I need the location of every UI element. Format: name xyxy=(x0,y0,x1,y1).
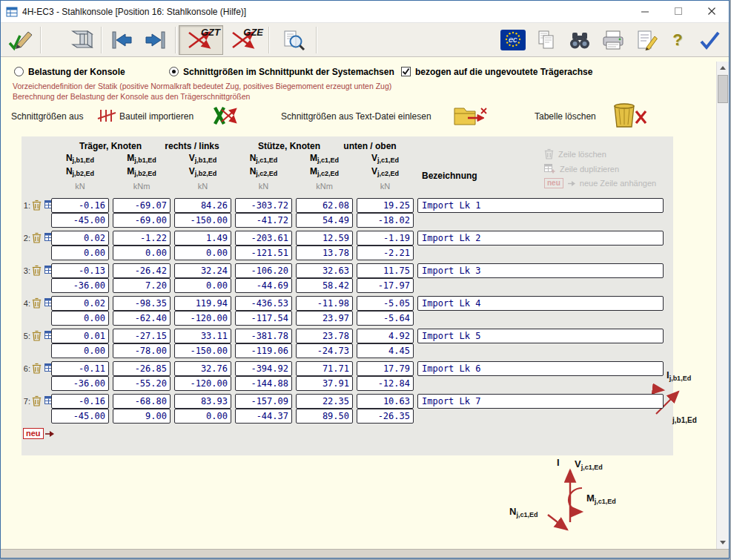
bezeichnung-field[interactable]: Import Lk 3 xyxy=(417,263,664,278)
delete-row-icon[interactable] xyxy=(32,297,44,309)
value-field[interactable]: 58.42 xyxy=(296,278,353,293)
value-field[interactable]: 84.26 xyxy=(174,198,231,213)
next-position-button[interactable] xyxy=(139,25,173,55)
value-field[interactable]: 0.00 xyxy=(174,246,231,260)
value-field[interactable]: -117.54 xyxy=(235,311,292,326)
value-field[interactable]: 0.00 xyxy=(113,246,171,260)
vertical-scrollbar[interactable] xyxy=(716,62,729,549)
checkbox-traegerachse[interactable] xyxy=(401,67,411,76)
value-field[interactable]: 119.94 xyxy=(174,296,231,311)
scroll-up-button[interactable] xyxy=(717,62,729,74)
value-field[interactable]: 23.78 xyxy=(296,329,353,343)
value-field[interactable]: -120.00 xyxy=(174,376,231,391)
prev-position-button[interactable] xyxy=(105,25,139,55)
value-field[interactable]: 1.49 xyxy=(174,231,231,246)
value-field[interactable]: 4.92 xyxy=(357,329,414,343)
value-field[interactable]: -26.35 xyxy=(357,409,414,424)
bezeichnung-field[interactable]: Import Lk 7 xyxy=(417,394,664,409)
value-field[interactable]: 11.75 xyxy=(357,263,414,278)
value-field[interactable]: 89.50 xyxy=(296,409,353,424)
value-field[interactable]: 0.00 xyxy=(51,246,109,260)
value-field[interactable]: 4.45 xyxy=(357,343,414,358)
bezeichnung-field[interactable]: Import Lk 6 xyxy=(417,361,664,376)
value-field[interactable]: -26.42 xyxy=(113,263,171,278)
value-field[interactable]: -2.21 xyxy=(357,246,414,260)
bezeichnung-field[interactable]: Import Lk 2 xyxy=(417,231,664,246)
value-field[interactable]: -18.02 xyxy=(357,213,414,228)
delete-row-icon[interactable] xyxy=(32,200,44,211)
value-field[interactable]: -36.00 xyxy=(51,376,109,391)
value-field[interactable]: -303.72 xyxy=(235,198,292,213)
value-field[interactable]: -5.64 xyxy=(357,311,414,326)
value-field[interactable]: 0.00 xyxy=(51,343,109,358)
value-field[interactable]: -0.13 xyxy=(51,263,109,278)
value-field[interactable]: 22.35 xyxy=(296,394,353,409)
input-edit-button[interactable] xyxy=(4,25,38,55)
value-field[interactable]: -121.51 xyxy=(235,246,292,260)
value-field[interactable]: -45.00 xyxy=(51,213,109,228)
value-field[interactable]: 7.20 xyxy=(113,278,171,293)
value-field[interactable]: -44.69 xyxy=(235,278,292,293)
value-field[interactable]: -120.00 xyxy=(174,311,231,326)
import-member-button[interactable] xyxy=(211,104,238,128)
value-field[interactable]: 12.59 xyxy=(296,231,353,246)
delete-row-icon[interactable] xyxy=(32,265,44,277)
value-field[interactable]: -144.88 xyxy=(235,376,292,391)
notes-button[interactable] xyxy=(629,25,663,55)
gzt-button[interactable]: GZT xyxy=(179,25,223,55)
value-field[interactable]: -436.53 xyxy=(235,296,292,311)
value-field[interactable]: 23.97 xyxy=(296,311,353,326)
value-field[interactable]: -24.73 xyxy=(296,343,353,358)
value-field[interactable]: -0.11 xyxy=(51,361,109,376)
value-field[interactable]: -381.78 xyxy=(235,329,292,343)
gze-button[interactable]: GZE xyxy=(223,25,266,55)
value-field[interactable]: 0.01 xyxy=(51,329,109,343)
value-field[interactable]: 62.08 xyxy=(296,198,353,213)
value-field[interactable]: 54.49 xyxy=(296,213,353,228)
value-field[interactable]: 33.11 xyxy=(174,329,231,343)
value-field[interactable]: -27.15 xyxy=(113,329,171,343)
title-bar[interactable]: 4H-EC3 - Stahlkonsole [Position 16: Stah… xyxy=(1,1,729,23)
value-field[interactable]: -1.22 xyxy=(113,231,171,246)
value-field[interactable]: -157.09 xyxy=(235,394,292,409)
value-field[interactable]: -119.06 xyxy=(235,343,292,358)
value-field[interactable]: -68.80 xyxy=(113,394,171,409)
value-field[interactable]: -11.98 xyxy=(296,296,353,311)
value-field[interactable]: 0.00 xyxy=(51,311,109,326)
eurocode-button[interactable]: ec xyxy=(496,25,529,55)
import-textfile-button[interactable] xyxy=(453,104,487,128)
value-field[interactable]: 83.93 xyxy=(174,394,231,409)
append-row-control[interactable]: neu xyxy=(23,428,54,439)
value-field[interactable]: 0.00 xyxy=(174,409,231,424)
value-field[interactable]: -150.00 xyxy=(174,343,231,358)
value-field[interactable]: -69.07 xyxy=(113,198,171,213)
value-field[interactable]: -78.00 xyxy=(113,343,171,358)
value-field[interactable]: -41.72 xyxy=(235,213,292,228)
neu-badge[interactable]: neu xyxy=(23,428,44,439)
value-field[interactable]: -98.35 xyxy=(113,296,171,311)
value-field[interactable]: -45.00 xyxy=(51,409,109,424)
value-field[interactable]: 32.76 xyxy=(174,361,231,376)
maximize-button[interactable] xyxy=(662,1,695,22)
copy-button[interactable] xyxy=(529,25,563,55)
radio-belastung-konsole[interactable] xyxy=(14,67,24,76)
value-field[interactable]: 0.00 xyxy=(174,278,231,293)
value-field[interactable]: -0.16 xyxy=(51,394,109,409)
value-field[interactable]: -62.40 xyxy=(113,311,171,326)
value-field[interactable]: 17.79 xyxy=(357,361,414,376)
search-button[interactable] xyxy=(563,25,596,55)
cross-section-button[interactable] xyxy=(64,25,99,55)
bezeichnung-field[interactable]: Import Lk 4 xyxy=(417,296,664,311)
value-field[interactable]: 0.02 xyxy=(51,296,109,311)
value-field[interactable]: 19.25 xyxy=(357,198,414,213)
value-field[interactable]: -203.61 xyxy=(235,231,292,246)
value-field[interactable]: -36.00 xyxy=(51,278,109,293)
value-field[interactable]: -0.16 xyxy=(51,198,109,213)
value-field[interactable]: -150.00 xyxy=(174,213,231,228)
value-field[interactable]: 32.63 xyxy=(296,263,353,278)
bezeichnung-field[interactable]: Import Lk 1 xyxy=(417,198,664,213)
bezeichnung-field[interactable]: Import Lk 5 xyxy=(417,329,664,343)
value-field[interactable]: 37.91 xyxy=(296,376,353,391)
value-field[interactable]: 71.71 xyxy=(296,361,353,376)
value-field[interactable]: -44.37 xyxy=(235,409,292,424)
